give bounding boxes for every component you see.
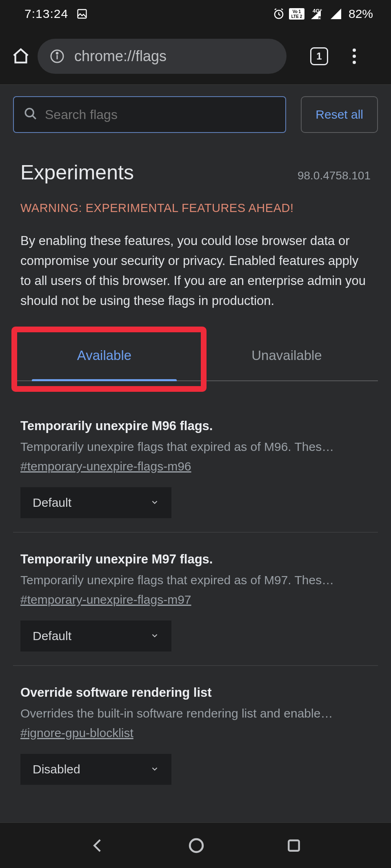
page-title: Experiments [20,161,134,184]
url-text: chrome://flags [74,48,167,65]
flag-title: Temporarily unexpire M97 flags. [20,552,371,567]
flag-hash-link[interactable]: #temporary-unexpire-flags-m96 [20,459,191,473]
volte-icon: Vo 1LTE 2 [289,8,304,20]
warning-body: By enabling these features, you could lo… [20,231,371,311]
svg-text:Vo 1: Vo 1 [293,9,301,14]
signal-4g-icon: 4G⁺R [309,8,326,20]
search-flags-box[interactable] [13,96,286,133]
tab-switcher-button[interactable]: 1 [310,47,328,65]
tabs: Available Unavailable [13,329,378,381]
svg-text:R: R [318,15,321,20]
tab-unavailable[interactable]: Unavailable [196,329,378,380]
flag-title: Temporarily unexpire M96 flags. [20,419,371,433]
info-icon [50,49,64,64]
svg-point-10 [25,108,33,117]
svg-point-12 [190,839,203,852]
flag-item: Temporarily unexpire M96 flags. Temporar… [13,399,378,532]
svg-text:LTE 2: LTE 2 [291,14,302,19]
flag-hash-link[interactable]: #ignore-gpu-blocklist [20,726,133,740]
flag-dropdown[interactable]: Default [20,621,171,652]
chrome-version: 98.0.4758.101 [298,169,371,182]
back-button[interactable] [89,837,107,854]
search-icon [24,107,38,122]
signal-icon [330,8,342,20]
address-bar[interactable]: chrome://flags [38,39,287,74]
svg-line-11 [32,115,36,119]
chevron-down-icon [150,496,159,510]
flag-description: Temporarily unexpire flags that expired … [20,573,371,587]
svg-rect-0 [78,10,87,18]
flag-item: Temporarily unexpire M97 flags. Temporar… [13,532,378,666]
search-input[interactable] [45,107,275,122]
flags-page: Reset all Experiments 98.0.4758.101 WARN… [0,85,391,799]
tab-available[interactable]: Available [13,329,196,380]
status-bar: 7:13:24 Vo 1LTE 2 4G⁺R 82% [0,0,391,28]
home-nav-button[interactable] [188,837,205,854]
flag-description: Temporarily unexpire flags that expired … [20,440,371,454]
flag-item: Override software rendering list Overrid… [13,666,378,799]
flag-description: Overrides the built-in software renderin… [20,707,371,720]
recents-button[interactable] [286,838,302,853]
chevron-down-icon [150,629,159,643]
flag-value: Default [33,629,71,643]
flag-dropdown[interactable]: Disabled [20,754,171,785]
browser-toolbar: chrome://flags 1 [0,28,391,85]
system-nav-bar [0,822,391,868]
svg-text:4G⁺: 4G⁺ [313,8,322,14]
overflow-menu-button[interactable] [346,49,362,64]
svg-point-9 [56,52,58,54]
warning-heading: WARNING: EXPERIMENTAL FEATURES AHEAD! [20,201,371,215]
home-button[interactable] [11,47,30,66]
flag-title: Override software rendering list [20,685,371,700]
reset-all-button[interactable]: Reset all [301,96,378,133]
flag-dropdown[interactable]: Default [20,487,171,518]
status-time: 7:13:24 [24,7,68,21]
battery-percent: 82% [349,7,373,21]
flag-value: Default [33,496,71,510]
alarm-icon [273,8,285,20]
svg-rect-13 [289,840,299,850]
flag-value: Disabled [33,762,80,776]
tab-count: 1 [316,51,322,62]
flag-hash-link[interactable]: #temporary-unexpire-flags-m97 [20,593,191,607]
image-icon [76,8,88,20]
chevron-down-icon [150,762,159,776]
